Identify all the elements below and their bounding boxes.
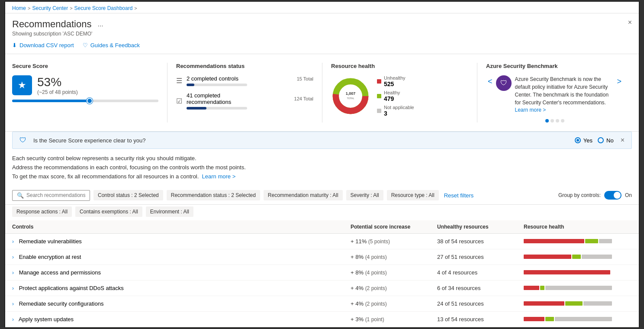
control-label: Remediate security configurations [19, 300, 104, 307]
reset-filters-button[interactable]: Reset filters [444, 192, 474, 199]
controls-item: ☰ 2 completed controls 15 Total [176, 75, 313, 86]
dot-4[interactable] [561, 119, 564, 123]
resource-type-label: Resource type : All [391, 192, 435, 198]
health-bar-green [572, 255, 581, 259]
controls-icon: ☰ [176, 77, 182, 85]
group-by-label: Group by controls: [558, 192, 601, 198]
feedback-options: Yes No [575, 137, 614, 144]
legend-healthy: Healthy 479 [377, 90, 414, 102]
control-label: Remediate vulnerabilities [19, 238, 82, 245]
group-by-toggle: Group by controls: On [558, 191, 632, 200]
close-button[interactable]: × [628, 19, 632, 26]
score-pts-value: (4 points) [365, 270, 387, 276]
search-box[interactable]: 🔍 [12, 190, 90, 201]
expand-icon[interactable]: › [12, 254, 14, 260]
recommendation-maturity-filter[interactable]: Recommendation maturity : All [264, 190, 343, 200]
control-label: Enable encryption at rest [19, 254, 81, 260]
score-percentage: 53% [37, 75, 61, 89]
table-row: › Apply system updates + 3% (1 point) 13… [5, 312, 639, 327]
benchmark-prev-button[interactable]: < [486, 75, 494, 88]
legend-not-applicable: Not applicable 3 [377, 105, 414, 117]
score-pts-value: (4 points) [365, 254, 387, 260]
score-progress-bar [12, 100, 158, 102]
score-pct-value: + 4% [351, 300, 364, 307]
control-status-filter[interactable]: Control status : 2 Selected [93, 190, 163, 200]
row-unhealthy-resources: 38 of 54 resources [437, 238, 524, 245]
benchmark-learn-more-link[interactable]: Learn more > [515, 107, 546, 113]
feedback-close-button[interactable]: × [621, 136, 625, 144]
health-bar-gray [545, 286, 612, 290]
row-score-increase: + 4% (2 points) [351, 285, 437, 291]
resource-type-filter[interactable]: Resource type : All [387, 190, 439, 200]
health-bar-green [565, 301, 583, 306]
table-row: › Protect applications against DDoS atta… [5, 281, 639, 296]
dot-2[interactable] [551, 119, 554, 123]
benchmark-icon: 🛡 [496, 75, 512, 91]
health-bar-red [524, 317, 544, 321]
health-bar-red [524, 286, 539, 290]
score-sub: (~25 of 48 points) [37, 89, 78, 95]
environment-filter[interactable]: Environment : All [146, 206, 193, 217]
breadcrumb-secure-score[interactable]: Secure Score Dashboard [74, 5, 133, 11]
contains-exemptions-label: Contains exemptions : All [80, 209, 138, 215]
feedback-question: Is the Secure Score experience clear to … [33, 137, 568, 144]
row-health-bar [524, 270, 632, 274]
breadcrumb-home[interactable]: Home [12, 5, 26, 11]
healthy-label: Healthy [384, 90, 400, 95]
info-learn-more-link[interactable]: Learn more > [202, 173, 236, 180]
page-subtitle: Showing subscription 'ASC DEMO' [12, 31, 103, 37]
response-actions-filter[interactable]: Response actions : All [12, 206, 72, 217]
svg-text:TOTAL: TOTAL [347, 97, 354, 100]
row-control-name[interactable]: › Enable encryption at rest [12, 254, 351, 260]
expand-icon[interactable]: › [12, 270, 14, 276]
contains-exemptions-filter[interactable]: Contains exemptions : All [75, 206, 142, 217]
dot-3[interactable] [556, 119, 559, 123]
row-control-name[interactable]: › Manage access and permissions [12, 269, 351, 276]
health-bar-red [524, 239, 584, 243]
row-control-name[interactable]: › Remediate security configurations [12, 300, 351, 307]
table-body: › Remediate vulnerabilities + 11% (5 poi… [5, 234, 639, 327]
na-label: Not applicable [384, 105, 414, 110]
score-pct-value: + 8% [351, 269, 364, 276]
more-button[interactable]: ... [97, 20, 103, 28]
group-by-value: On [625, 192, 632, 198]
response-actions-label: Response actions : All [16, 209, 68, 215]
breadcrumb-sep-2: > [70, 6, 72, 11]
health-bar-green [545, 317, 554, 321]
download-csv-button[interactable]: ⬇ Download CSV report [12, 42, 74, 48]
recommendation-status-filter[interactable]: Recommendation status : 2 Selected [167, 190, 260, 200]
breadcrumb-security-center[interactable]: Security Center [32, 5, 68, 11]
recs-bar-fill [187, 107, 206, 110]
environment-label: Environment : All [150, 209, 189, 215]
yes-radio[interactable]: Yes [575, 137, 592, 144]
row-control-name[interactable]: › Remediate vulnerabilities [12, 238, 351, 245]
unhealthy-info: Unhealthy 525 [384, 75, 406, 87]
expand-icon[interactable]: › [12, 301, 14, 307]
row-control-name[interactable]: › Apply system updates [12, 316, 351, 323]
breadcrumb-sep-3: > [134, 6, 137, 11]
expand-icon[interactable]: › [12, 239, 14, 245]
info-text-section: Each security control below represents a… [5, 154, 639, 186]
severity-label: Severity : All [351, 192, 379, 198]
unhealthy-count: 525 [384, 81, 406, 87]
resource-health-title: Resource health [331, 63, 468, 69]
row-control-name[interactable]: › Protect applications against DDoS atta… [12, 285, 351, 291]
benchmark-next-button[interactable]: > [615, 75, 623, 88]
search-input[interactable] [26, 192, 85, 198]
no-radio[interactable]: No [598, 137, 614, 144]
row-score-increase: + 11% (5 points) [351, 238, 437, 245]
expand-icon[interactable]: › [12, 285, 14, 291]
controls-total: 15 Total [297, 76, 313, 81]
dot-1[interactable] [545, 119, 549, 123]
main-window: Home > Security Center > Secure Score Da… [4, 1, 640, 328]
row-unhealthy-resources: 6 of 34 resources [437, 285, 524, 291]
benchmark-title: Azure Security Benchmark [486, 63, 623, 69]
row-unhealthy-resources: 13 of 54 resources [437, 316, 524, 323]
yes-label: Yes [583, 137, 592, 144]
guides-feedback-button[interactable]: ♡ Guides & Feedback [83, 42, 140, 48]
severity-filter[interactable]: Severity : All [346, 190, 383, 200]
table: Controls Potential score increase Unheal… [5, 220, 639, 327]
toggle-switch[interactable] [604, 191, 621, 200]
secure-score-panel: Secure Score 53% (~25 of 48 points) [12, 63, 167, 123]
expand-icon[interactable]: › [12, 316, 14, 323]
